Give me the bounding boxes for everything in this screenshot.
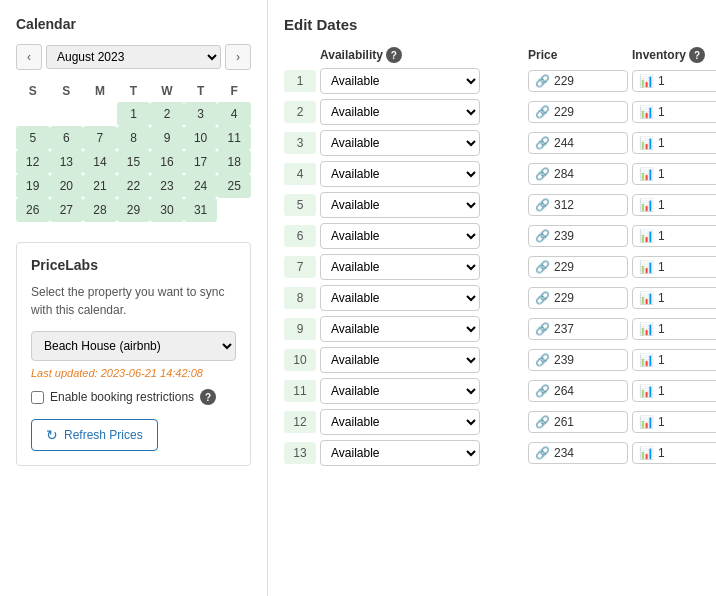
booking-restrictions-row: Enable booking restrictions ? — [31, 389, 236, 405]
inventory-field[interactable]: 📊1 — [632, 163, 716, 185]
calendar-day[interactable]: 4 — [217, 102, 251, 126]
availability-select[interactable]: Available — [320, 347, 480, 373]
price-lock-icon: 🔗 — [535, 229, 550, 243]
calendar-day[interactable]: 28 — [83, 198, 117, 222]
inventory-help-icon[interactable]: ? — [689, 47, 705, 63]
inventory-field[interactable]: 📊1 — [632, 132, 716, 154]
availability-help-icon[interactable]: ? — [386, 47, 402, 63]
prev-month-button[interactable]: ‹ — [16, 44, 42, 70]
inventory-field[interactable]: 📊1 — [632, 318, 716, 340]
booking-restrictions-label: Enable booking restrictions — [50, 390, 194, 404]
refresh-prices-button[interactable]: ↻ Refresh Prices — [31, 419, 158, 451]
availability-select[interactable]: Available — [320, 285, 480, 311]
inventory-field[interactable]: 📊1 — [632, 256, 716, 278]
price-field[interactable]: 🔗261 — [528, 411, 628, 433]
price-header: Price — [528, 48, 628, 62]
inventory-field[interactable]: 📊1 — [632, 287, 716, 309]
booking-restrictions-checkbox[interactable] — [31, 391, 44, 404]
availability-select[interactable]: Available — [320, 130, 480, 156]
pricelabs-description: Select the property you want to sync wit… — [31, 283, 236, 319]
day-number: 1 — [284, 70, 316, 92]
day-number: 12 — [284, 411, 316, 433]
calendar-day[interactable]: 20 — [50, 174, 84, 198]
availability-select[interactable]: Available — [320, 409, 480, 435]
availability-select[interactable]: Available — [320, 440, 480, 466]
calendar-day[interactable]: 27 — [50, 198, 84, 222]
inventory-field[interactable]: 📊1 — [632, 225, 716, 247]
availability-select[interactable]: Available — [320, 161, 480, 187]
weekday-header: S — [50, 80, 84, 102]
availability-select[interactable]: Available — [320, 99, 480, 125]
inventory-field[interactable]: 📊1 — [632, 101, 716, 123]
inventory-field[interactable]: 📊1 — [632, 442, 716, 464]
price-lock-icon: 🔗 — [535, 353, 550, 367]
calendar-day[interactable]: 5 — [16, 126, 50, 150]
calendar-day[interactable]: 24 — [184, 174, 218, 198]
calendar-day[interactable]: 23 — [150, 174, 184, 198]
calendar-day[interactable]: 16 — [150, 150, 184, 174]
price-field[interactable]: 🔗239 — [528, 349, 628, 371]
inventory-value: 1 — [658, 198, 665, 212]
calendar-day[interactable]: 26 — [16, 198, 50, 222]
price-field[interactable]: 🔗229 — [528, 70, 628, 92]
calendar-day[interactable]: 21 — [83, 174, 117, 198]
calendar-day[interactable]: 1 — [117, 102, 151, 126]
inventory-value: 1 — [658, 384, 665, 398]
calendar-grid: SSMTWTF 12345678910111213141516171819202… — [16, 80, 251, 222]
calendar-day[interactable]: 6 — [50, 126, 84, 150]
inventory-value: 1 — [658, 415, 665, 429]
calendar-day[interactable]: 17 — [184, 150, 218, 174]
availability-select[interactable]: Available — [320, 316, 480, 342]
availability-select[interactable]: Available — [320, 192, 480, 218]
inventory-value: 1 — [658, 446, 665, 460]
inventory-field[interactable]: 📊1 — [632, 411, 716, 433]
calendar-day[interactable]: 30 — [150, 198, 184, 222]
price-field[interactable]: 🔗312 — [528, 194, 628, 216]
calendar-day[interactable]: 22 — [117, 174, 151, 198]
calendar-day[interactable]: 31 — [184, 198, 218, 222]
calendar-day[interactable]: 11 — [217, 126, 251, 150]
availability-select[interactable]: Available — [320, 68, 480, 94]
inventory-field[interactable]: 📊1 — [632, 70, 716, 92]
inventory-field[interactable]: 📊1 — [632, 194, 716, 216]
inventory-value: 1 — [658, 260, 665, 274]
inventory-field[interactable]: 📊1 — [632, 380, 716, 402]
calendar-day[interactable]: 19 — [16, 174, 50, 198]
calendar-day[interactable]: 9 — [150, 126, 184, 150]
price-field[interactable]: 🔗284 — [528, 163, 628, 185]
calendar-day[interactable]: 12 — [16, 150, 50, 174]
price-field[interactable]: 🔗229 — [528, 256, 628, 278]
calendar-day[interactable]: 10 — [184, 126, 218, 150]
calendar-day[interactable]: 29 — [117, 198, 151, 222]
last-updated-text: Last updated: 2023-06-21 14:42:08 — [31, 367, 236, 379]
price-field[interactable]: 🔗229 — [528, 101, 628, 123]
calendar-day[interactable]: 25 — [217, 174, 251, 198]
price-value: 229 — [554, 105, 574, 119]
calendar-day[interactable]: 2 — [150, 102, 184, 126]
calendar-day[interactable]: 7 — [83, 126, 117, 150]
next-month-button[interactable]: › — [225, 44, 251, 70]
booking-restrictions-help-icon[interactable]: ? — [200, 389, 216, 405]
day-number: 11 — [284, 380, 316, 402]
refresh-icon: ↻ — [46, 427, 58, 443]
price-field[interactable]: 🔗234 — [528, 442, 628, 464]
availability-select[interactable]: Available — [320, 223, 480, 249]
calendar-day[interactable]: 8 — [117, 126, 151, 150]
availability-select[interactable]: Available — [320, 378, 480, 404]
availability-select[interactable]: Available — [320, 254, 480, 280]
calendar-day[interactable]: 14 — [83, 150, 117, 174]
calendar-day[interactable]: 3 — [184, 102, 218, 126]
inventory-field[interactable]: 📊1 — [632, 349, 716, 371]
calendar-day[interactable]: 18 — [217, 150, 251, 174]
inventory-value: 1 — [658, 229, 665, 243]
price-field[interactable]: 🔗237 — [528, 318, 628, 340]
month-year-select[interactable]: August 2023 — [46, 45, 221, 69]
price-field[interactable]: 🔗264 — [528, 380, 628, 402]
calendar-day[interactable]: 13 — [50, 150, 84, 174]
price-field[interactable]: 🔗229 — [528, 287, 628, 309]
pricelabs-section: PriceLabs Select the property you want t… — [16, 242, 251, 466]
price-field[interactable]: 🔗239 — [528, 225, 628, 247]
price-field[interactable]: 🔗244 — [528, 132, 628, 154]
calendar-day[interactable]: 15 — [117, 150, 151, 174]
property-select[interactable]: Beach House (airbnb) — [31, 331, 236, 361]
